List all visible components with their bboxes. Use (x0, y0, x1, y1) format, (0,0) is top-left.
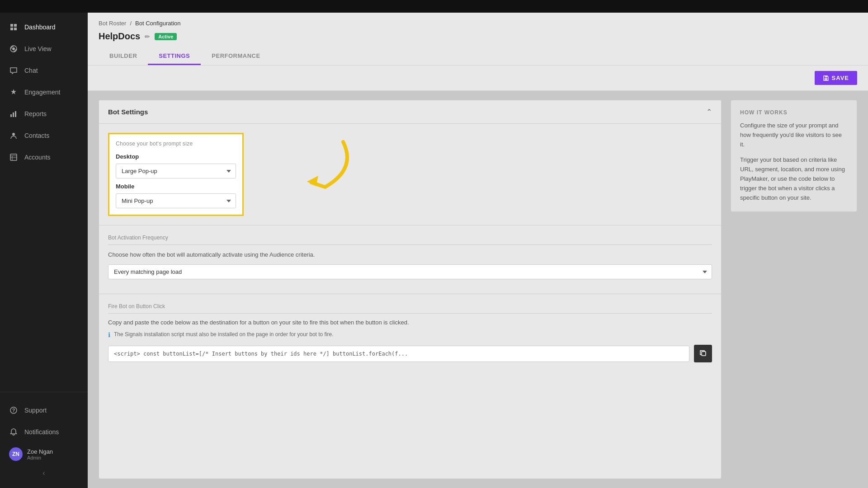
breadcrumb-separator: / (130, 20, 132, 27)
sidebar-label-reports: Reports (24, 110, 47, 117)
fire-bot-desc: Copy and paste the code below as the des… (108, 319, 712, 326)
sidebar-label-live-view: Live View (24, 45, 52, 52)
sidebar-collapse-btn[interactable]: ‹ (0, 465, 88, 481)
support-icon: ? (9, 406, 18, 415)
contacts-icon (9, 131, 18, 140)
user-role: Admin (27, 455, 53, 460)
status-badge: Active (155, 33, 177, 40)
accounts-icon (9, 153, 18, 162)
sidebar-item-reports[interactable]: Reports (0, 103, 88, 125)
user-name: Zoe Ngan (27, 448, 53, 455)
main-content: Bot Roster / Bot Configuration HelpDocs … (88, 13, 868, 488)
content-body: Bot Settings ⌃ Choose your bot's prompt … (88, 91, 868, 488)
prompt-size-label: Choose your bot's prompt size (116, 141, 236, 147)
sidebar-nav: Dashboard Live View Chat (0, 13, 88, 392)
sidebar-label-engagement: Engagement (24, 89, 60, 96)
card-header: Bot Settings ⌃ (99, 100, 721, 124)
code-snippet: <script> const buttonList=[/* Insert but… (108, 346, 689, 362)
bot-activation-section: Bot Activation Frequency Choose how ofte… (99, 225, 721, 294)
settings-card: Bot Settings ⌃ Choose your bot's prompt … (99, 100, 722, 479)
sidebar-item-notifications[interactable]: Notifications (0, 421, 88, 443)
sidebar-item-live-view[interactable]: Live View (0, 38, 88, 60)
how-it-works-text-1: Configure the size of your prompt and ho… (740, 121, 848, 149)
code-row: <script> const buttonList=[/* Insert but… (108, 345, 712, 362)
mobile-label: Mobile (116, 183, 236, 190)
user-info: Zoe Ngan Admin (27, 448, 53, 460)
sidebar-bottom: ? Support Notifications ZN (0, 392, 88, 488)
sidebar-item-engagement[interactable]: Engagement (0, 81, 88, 103)
avatar: ZN (9, 447, 23, 461)
svg-rect-13 (702, 352, 706, 356)
desktop-label: Desktop (116, 153, 236, 160)
card-title: Bot Settings (108, 108, 148, 116)
collapse-card-icon[interactable]: ⌃ (706, 108, 712, 116)
content-header: Bot Roster / Bot Configuration HelpDocs … (88, 13, 868, 66)
how-it-works-text-2: Trigger your bot based on criteria like … (740, 155, 848, 202)
how-it-works-panel: HOW IT WORKS Configure the size of your … (731, 100, 857, 212)
sidebar-item-chat[interactable]: Chat (0, 60, 88, 81)
breadcrumb: Bot Roster / Bot Configuration (99, 20, 857, 27)
copy-button[interactable] (694, 345, 712, 362)
svg-text:?: ? (12, 408, 15, 413)
edit-icon[interactable]: ✏ (145, 33, 150, 40)
chat-icon (9, 66, 18, 75)
svg-point-0 (12, 47, 15, 50)
tab-settings[interactable]: SETTINGS (148, 48, 201, 65)
reports-icon (9, 109, 18, 118)
info-row: ℹ The Signals installation script must a… (108, 331, 712, 338)
engagement-icon (9, 88, 18, 97)
page-title-row: HelpDocs ✏ Active (99, 31, 857, 42)
fire-bot-section: Fire Bot on Button Click Copy and paste … (99, 294, 721, 371)
activation-select[interactable]: Every matching page load Once per sessio… (108, 264, 712, 279)
svg-rect-3 (13, 113, 14, 117)
sidebar-label-accounts: Accounts (24, 154, 51, 161)
user-profile[interactable]: ZN Zoe Ngan Admin (0, 443, 88, 465)
sidebar-item-support[interactable]: ? Support (0, 399, 88, 421)
sidebar-label-support: Support (24, 407, 47, 414)
activation-select-wrapper: Every matching page load Once per sessio… (108, 264, 712, 279)
sidebar-label-chat: Chat (24, 67, 38, 74)
save-button[interactable]: SAVE (815, 71, 857, 85)
prompt-size-section: Choose your bot's prompt size Desktop La… (99, 124, 721, 225)
annotation-arrow (253, 133, 366, 205)
sidebar-item-dashboard[interactable]: Dashboard (0, 16, 88, 38)
svg-rect-2 (10, 114, 12, 117)
activation-desc: Choose how often the bot will automatica… (108, 251, 712, 258)
mobile-select[interactable]: Mini Pop-up Small Pop-up Large Pop-up Fu… (116, 193, 236, 208)
save-icon (823, 75, 829, 81)
breadcrumb-parent[interactable]: Bot Roster (99, 20, 126, 27)
dashboard-icon (9, 23, 18, 32)
sidebar-label-notifications: Notifications (24, 428, 59, 436)
breadcrumb-current: Bot Configuration (135, 20, 180, 27)
live-view-icon (9, 44, 18, 53)
notifications-icon (9, 427, 18, 436)
svg-rect-4 (15, 111, 16, 117)
tab-builder[interactable]: BUILDER (99, 48, 148, 65)
tab-performance[interactable]: PERFORMANCE (201, 48, 271, 65)
svg-rect-6 (10, 154, 17, 160)
info-text: The Signals installation script must als… (114, 331, 334, 338)
prompt-size-box: Choose your bot's prompt size Desktop La… (108, 133, 244, 216)
svg-marker-12 (307, 176, 318, 186)
copy-icon (699, 349, 707, 357)
sidebar: Dashboard Live View Chat (0, 13, 88, 488)
sidebar-label-dashboard: Dashboard (24, 23, 56, 31)
sidebar-item-accounts[interactable]: Accounts (0, 146, 88, 168)
sidebar-item-contacts[interactable]: Contacts (0, 125, 88, 146)
desktop-select[interactable]: Large Pop-up Small Pop-up Mini Pop-up Fu… (116, 164, 236, 178)
activation-label: Bot Activation Frequency (108, 235, 712, 241)
top-bar (0, 0, 868, 13)
fire-bot-label: Fire Bot on Button Click (108, 303, 712, 310)
info-icon: ℹ (108, 331, 110, 338)
sidebar-label-contacts: Contacts (24, 132, 49, 139)
action-bar: SAVE (88, 66, 868, 91)
tabs: BUILDER SETTINGS PERFORMANCE (99, 48, 857, 65)
how-it-works-title: HOW IT WORKS (740, 109, 848, 116)
page-title: HelpDocs (99, 31, 140, 42)
svg-point-5 (12, 133, 15, 136)
